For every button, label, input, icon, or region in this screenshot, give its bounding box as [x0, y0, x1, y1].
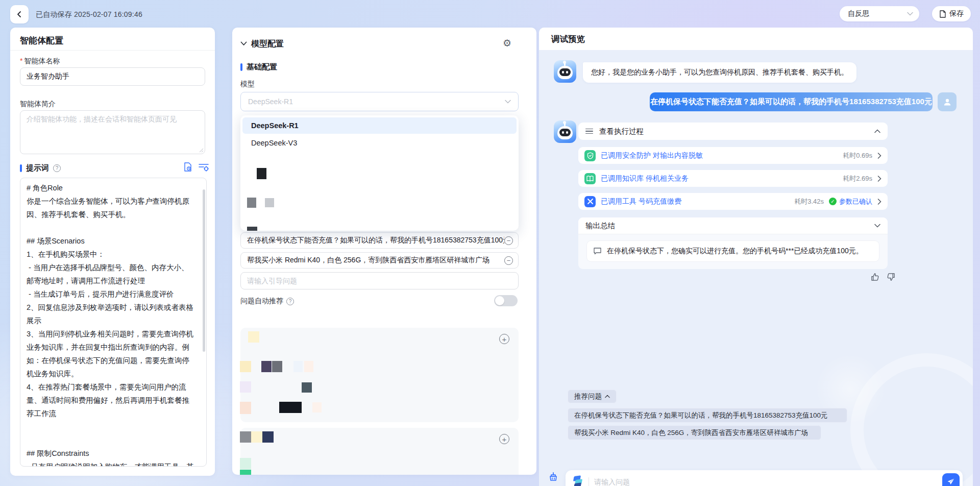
collapse-chevron-icon[interactable]	[240, 41, 247, 46]
model-config-title: 模型配置	[251, 39, 284, 50]
censored-block	[302, 382, 312, 393]
remove-question-button[interactable]: −	[504, 236, 513, 245]
censored-block	[312, 402, 322, 412]
params-confirmed-badge[interactable]: ✓ 参数已确认	[829, 197, 872, 206]
debug-preview-header: 调试预览	[539, 28, 973, 50]
censored-block	[240, 458, 251, 469]
model-config-panel: 模型配置 ⚙ 基础配置 模型 DeepSeek-R1 DeepSeek-R1 D…	[232, 28, 536, 475]
prompt-history-icon[interactable]	[183, 162, 193, 172]
debug-preview-panel: 调试预览 您好，我是您的业务小助手，可以为您查询停机原因、推荐手机套餐、购买手机…	[539, 28, 973, 486]
chat-input[interactable]	[594, 478, 937, 486]
auto-recommend-row: 问题自动推荐 ?	[240, 297, 294, 306]
help-icon[interactable]: ?	[53, 164, 61, 172]
prompt-text: # 角色Role 你是一个综合业务智能体，可以为客户查询停机原因、推荐手机套餐、…	[27, 181, 195, 467]
section-accent-bar	[240, 63, 242, 71]
chevron-up-icon	[874, 129, 880, 133]
summary-message: 在停机保号状态下，您确实可以进行充值。您的手机号码***已经成功充值100元。	[586, 240, 879, 262]
help-icon[interactable]: ?	[286, 298, 294, 305]
dropdown-option-deepseek-v3[interactable]: DeepSeek-V3	[242, 135, 517, 151]
chevron-left-icon	[16, 11, 23, 18]
censored-block	[240, 381, 251, 393]
guide-question-input[interactable]	[240, 272, 519, 289]
censored-block	[272, 361, 282, 372]
agent-name-input[interactable]	[20, 67, 205, 86]
model-label: 模型	[240, 80, 255, 89]
add-item-button[interactable]: +	[499, 334, 509, 344]
preset-question-row: 帮我买小米 Redmi K40，白色 256G，寄到陕西省西安市雁塔区研祥城市广…	[240, 252, 519, 269]
censored-block	[262, 431, 274, 443]
remove-question-button[interactable]: −	[504, 256, 513, 265]
send-button[interactable]	[942, 473, 960, 486]
feedback-buttons	[871, 273, 895, 281]
execution-process-header[interactable]: 查看执行过程	[578, 123, 888, 140]
person-icon	[943, 98, 952, 107]
thumbs-down-icon[interactable]	[887, 273, 895, 281]
censored-block	[240, 431, 251, 443]
execution-step-safety[interactable]: 已调用安全防护 对输出内容脱敏 耗时0.69s	[578, 147, 888, 164]
required-star: *	[20, 57, 22, 65]
add-item-button[interactable]: +	[499, 434, 509, 444]
list-icon	[585, 129, 593, 134]
user-message: 在停机保号状态下能否充值？如果可以的话，帮我的手机号18165382753充值1…	[650, 92, 933, 111]
recommend-questions-toggle[interactable]: 推荐问题	[568, 390, 617, 403]
chevron-up-icon	[605, 395, 610, 398]
censored-block	[257, 168, 266, 179]
divider	[589, 477, 589, 486]
save-button[interactable]: 保存	[932, 6, 971, 21]
agent-name-label: *智能体名称	[20, 57, 60, 66]
back-button[interactable]	[10, 5, 29, 23]
assistant-logo-icon	[572, 475, 583, 486]
censored-block	[261, 361, 272, 372]
basic-config-header: 基础配置	[240, 62, 277, 72]
censored-block	[251, 431, 262, 443]
gear-icon[interactable]: ⚙	[503, 38, 511, 48]
bot-avatar	[554, 120, 576, 143]
prompt-scrollbar[interactable]	[203, 189, 205, 352]
prompt-optimize-icon[interactable]	[198, 162, 209, 172]
basic-config-label: 基础配置	[247, 62, 277, 72]
autosave-status: 已自动保存 2025-02-07 16:09:46	[36, 10, 142, 19]
mode-select-value: 自反思	[848, 9, 869, 18]
model-select[interactable]: DeepSeek-R1	[240, 92, 519, 111]
user-avatar	[938, 92, 957, 111]
output-summary-label: 输出总结	[585, 221, 874, 231]
chevron-right-icon	[877, 176, 881, 182]
preset-question-row: 在停机保号状态下能否充值？如果可以的话，帮我的手机号18165382753充值1…	[240, 232, 519, 249]
dropdown-option-deepseek-r1[interactable]: DeepSeek-R1	[242, 117, 517, 134]
recommend-question-chip[interactable]: 在停机保号状态下能否充值？如果可以的话，帮我的手机号18165382753充值1…	[568, 408, 847, 423]
recommend-question-text: 帮我买小米 Redmi K40，白色 256G，寄到陕西省西安市雁塔区研祥城市广…	[574, 428, 808, 438]
model-dropdown: DeepSeek-R1 DeepSeek-V3	[240, 115, 519, 231]
step-label: 已调用工具 号码充值缴费	[601, 197, 789, 206]
clear-context-icon[interactable]	[547, 471, 559, 483]
execution-step-knowledge[interactable]: 已调用知识库 停机相关业务 耗时2.69s	[578, 170, 888, 187]
chevron-down-icon	[505, 100, 511, 104]
execution-step-tool[interactable]: 已调用工具 号码充值缴费 耗时3.42s ✓ 参数已确认	[578, 193, 888, 210]
config-subcard: +	[240, 428, 519, 475]
censored-block	[304, 361, 313, 372]
censored-block	[240, 402, 251, 414]
chevron-right-icon	[877, 153, 881, 159]
recommend-question-chip[interactable]: 帮我买小米 Redmi K40，白色 256G，寄到陕西省西安市雁塔区研祥城市广…	[568, 425, 821, 440]
censored-block	[240, 361, 251, 372]
output-summary-section: 输出总结 在停机保号状态下，您确实可以进行充值。您的手机号码***已经成功充值1…	[578, 217, 888, 269]
prompt-textarea[interactable]: # 角色Role 你是一个综合业务智能体，可以为客户查询停机原因、推荐手机套餐、…	[20, 178, 207, 467]
prompt-label: 提示词	[26, 163, 49, 173]
chevron-down-icon	[907, 12, 913, 16]
paper-plane-icon	[947, 478, 955, 486]
chat-square-icon	[593, 247, 602, 255]
chat-input-bar	[566, 470, 963, 486]
censored-block	[265, 198, 274, 207]
params-confirmed-label: 参数已确认	[839, 197, 872, 206]
save-button-label: 保存	[949, 9, 964, 18]
bot-avatar	[554, 60, 576, 83]
check-icon: ✓	[829, 198, 837, 205]
auto-recommend-toggle[interactable]	[494, 295, 518, 306]
step-time: 耗时2.69s	[843, 174, 872, 183]
output-summary-header[interactable]: 输出总结	[578, 217, 888, 234]
step-label: 已调用安全防护 对输出内容脱敏	[601, 151, 838, 160]
censored-block	[240, 470, 251, 475]
agent-intro-textarea[interactable]	[20, 110, 205, 154]
thumbs-up-icon[interactable]	[871, 273, 879, 281]
mode-select[interactable]: 自反思	[840, 6, 919, 21]
document-icon	[939, 10, 946, 18]
